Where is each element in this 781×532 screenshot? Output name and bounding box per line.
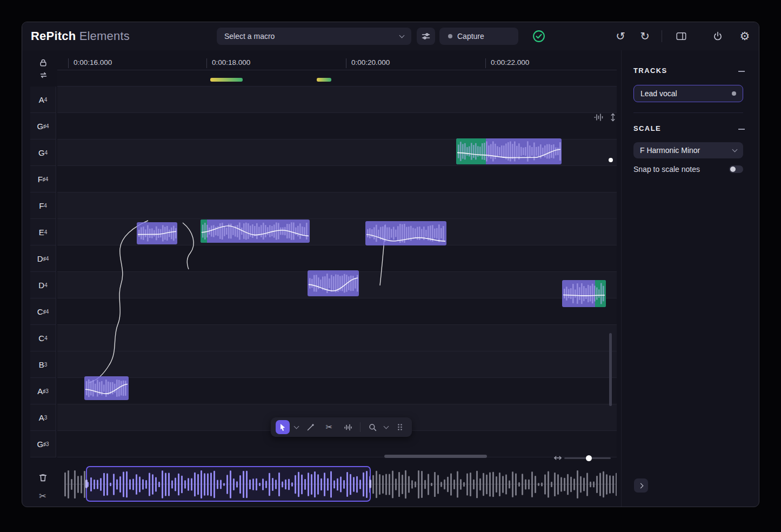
capture-ok-icon[interactable] [532, 30, 545, 43]
wave-tool-indicator-icon[interactable] [593, 112, 604, 122]
app-window: RePitch Elements Select a macro Capture … [22, 22, 759, 507]
vibrato-tool-button[interactable] [341, 420, 355, 434]
pitch-grid: 0:00:16.0000:00:18.0000:00:20.0000:00:22… [57, 56, 617, 457]
panel-layout-button[interactable] [674, 29, 688, 43]
snap-toggle-knob [730, 167, 736, 172]
note-waveform [365, 221, 446, 245]
overview-selection[interactable] [86, 466, 371, 502]
edit-toolbar: ✂ [271, 417, 412, 437]
pen-icon [306, 423, 315, 431]
settings-button[interactable]: ⚙ [738, 29, 752, 43]
timeline-label: 0:00:16.000 [74, 58, 112, 66]
pitch-row-Gs4 [57, 113, 617, 139]
pitch-label: F4 [30, 192, 56, 219]
gutter-controls [30, 56, 56, 87]
timeline-ruler[interactable]: 0:00:16.0000:00:18.0000:00:20.0000:00:22… [57, 56, 617, 70]
track-label: Lead vocal [640, 89, 677, 98]
pitch-label: F♯4 [30, 166, 56, 192]
selection-right-handle[interactable] [369, 480, 371, 488]
power-button[interactable] [711, 29, 725, 43]
brand-bold: RePitch [31, 29, 76, 43]
ruler-tick [206, 58, 207, 68]
note-E4[interactable] [201, 220, 310, 243]
note-waveform [562, 280, 606, 307]
selection-left-handle[interactable] [85, 480, 88, 488]
right-sidebar: TRACKS Lead vocal SCALE F Harmonic Minor… [621, 50, 759, 507]
pitch-label: A♯3 [30, 378, 56, 404]
zoom-tool-chevron-icon[interactable] [384, 424, 389, 429]
offscreen-note-marker[interactable] [317, 78, 331, 82]
lock-icon[interactable] [39, 58, 48, 67]
toolbar-drag-handle[interactable] [393, 420, 407, 434]
track-item-lead-vocal[interactable]: Lead vocal [633, 85, 743, 102]
sidebar-divider [633, 112, 743, 113]
chevron-down-icon [399, 33, 405, 38]
zoom-slider-knob[interactable] [586, 455, 592, 461]
pitch-label: E4 [30, 219, 56, 245]
toolbar-separator [360, 422, 361, 432]
capture-button[interactable]: Capture [439, 28, 518, 45]
redo-icon: ↻ [640, 30, 650, 43]
pitch-row-Cs4 [57, 298, 617, 325]
draw-tool-button[interactable] [303, 420, 317, 434]
ruler-tick [68, 58, 69, 68]
note-D4[interactable] [308, 270, 359, 296]
vertical-scroll-thumb[interactable] [609, 333, 612, 406]
trim-button[interactable]: ✂ [36, 489, 49, 502]
audio-overview[interactable] [64, 466, 617, 503]
zoom-slider[interactable] [564, 457, 611, 459]
pitch-label: D♯4 [30, 245, 56, 272]
sidebar-expand-button[interactable] [634, 478, 648, 493]
zoom-fit-icon[interactable] [553, 454, 562, 462]
delete-button[interactable] [36, 471, 49, 484]
zoom-tool-button[interactable] [365, 420, 379, 434]
loop-icon[interactable] [39, 71, 48, 79]
sliders-icon [422, 32, 430, 41]
pitch-row-B3 [57, 351, 617, 378]
note-E4[interactable] [137, 222, 177, 244]
redo-button[interactable]: ↻ [638, 29, 652, 43]
note-E4[interactable] [365, 221, 446, 245]
horizontal-scrollbar[interactable] [384, 455, 487, 458]
tool-chevron-icon[interactable] [294, 424, 299, 429]
header-separator [662, 30, 662, 42]
cursor-icon [279, 423, 286, 431]
pitch-labels: A4G♯4G4F♯4F4E4D♯4D4C♯4C4B3A♯3A3G♯3 [30, 87, 56, 457]
trash-icon [38, 473, 48, 482]
macro-dropdown[interactable]: Select a macro [217, 28, 411, 45]
pitch-gutter: A4G♯4G4F♯4F4E4D♯4D4C♯4C4B3A♯3A3G♯3 [30, 56, 56, 457]
note-waveform [201, 220, 310, 243]
macro-settings-button[interactable] [417, 28, 435, 45]
chevron-down-icon [732, 147, 738, 152]
note-D4[interactable] [562, 280, 606, 307]
scroll-position-dot[interactable] [609, 158, 613, 162]
pitch-label: G4 [30, 139, 56, 166]
scale-dropdown-label: F Harmonic Minor [640, 146, 700, 155]
timeline-label: 0:00:18.000 [212, 58, 250, 66]
macro-dropdown-label: Select a macro [224, 32, 275, 41]
pitch-row-As3 [57, 378, 617, 404]
note-waveform [137, 222, 177, 244]
pitch-label: G♯4 [30, 113, 56, 139]
header-bar: RePitch Elements Select a macro Capture … [22, 22, 759, 50]
tracks-collapse-button[interactable] [738, 71, 745, 72]
capture-status-dot [448, 34, 452, 38]
gear-icon: ⚙ [740, 30, 750, 43]
pitch-row-C4 [57, 325, 617, 351]
vertical-scrollbar[interactable] [609, 89, 612, 456]
note-waveform [456, 138, 562, 164]
select-tool-button[interactable] [276, 420, 290, 434]
offscreen-note-marker[interactable] [210, 78, 243, 82]
pitch-label: B3 [30, 351, 56, 378]
note-G4[interactable] [456, 138, 562, 164]
vibrato-icon [344, 423, 352, 431]
scale-collapse-button[interactable] [738, 129, 745, 130]
cut-tool-button[interactable]: ✂ [322, 420, 336, 434]
snap-toggle[interactable] [729, 165, 743, 173]
undo-button[interactable]: ↺ [613, 29, 628, 43]
note-A#3[interactable] [84, 376, 129, 400]
snap-label: Snap to scale notes [633, 165, 700, 174]
scale-dropdown[interactable]: F Harmonic Minor [633, 142, 743, 158]
scale-header: SCALE [633, 124, 661, 132]
track-active-dot[interactable] [732, 91, 736, 96]
